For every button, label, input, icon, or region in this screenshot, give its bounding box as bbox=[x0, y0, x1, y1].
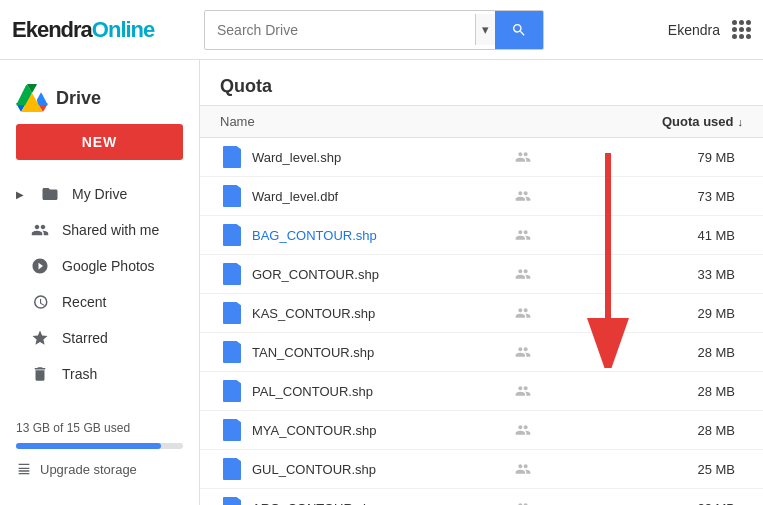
file-name: PAL_CONTOUR.shp bbox=[252, 384, 503, 399]
quota-header-label: Quota used bbox=[662, 114, 734, 129]
apps-grid-icon[interactable] bbox=[732, 20, 751, 39]
file-name: ARG_CONTOUR.shp bbox=[252, 501, 503, 506]
file-icon bbox=[220, 340, 244, 364]
file-name: KAS_CONTOUR.shp bbox=[252, 306, 503, 321]
table-row[interactable]: Ward_level.dbf 73 MB bbox=[200, 177, 763, 216]
quota-value: 33 MB bbox=[543, 267, 743, 282]
table-row[interactable]: GUL_CONTOUR.shp 25 MB bbox=[200, 450, 763, 489]
col-share-header bbox=[503, 114, 543, 129]
sidebar-item-trash[interactable]: Trash bbox=[0, 356, 191, 392]
drive-logo-icon bbox=[16, 84, 48, 112]
share-icon[interactable] bbox=[503, 383, 543, 399]
file-list: Ward_level.shp 79 MB Ward_level.dbf 73 M… bbox=[200, 138, 763, 505]
storage-icon bbox=[16, 461, 32, 477]
share-icon[interactable] bbox=[503, 500, 543, 505]
table-row[interactable]: Ward_level.shp 79 MB bbox=[200, 138, 763, 177]
sidebar-item-photos[interactable]: Google Photos bbox=[0, 248, 191, 284]
main-layout: Drive NEW ▶ My Drive Shared with me Goog… bbox=[0, 60, 763, 505]
file-icon bbox=[220, 418, 244, 442]
search-input[interactable] bbox=[205, 14, 475, 46]
logo-ekendra: Ekendra bbox=[12, 17, 92, 42]
file-name: TAN_CONTOUR.shp bbox=[252, 345, 503, 360]
photos-icon bbox=[30, 256, 50, 276]
quota-value: 28 MB bbox=[543, 423, 743, 438]
sidebar: Drive NEW ▶ My Drive Shared with me Goog… bbox=[0, 60, 200, 505]
sidebar-label-my-drive: My Drive bbox=[72, 186, 127, 202]
search-dropdown-button[interactable]: ▾ bbox=[475, 14, 495, 45]
new-button[interactable]: NEW bbox=[16, 124, 183, 160]
table-row[interactable]: PAL_CONTOUR.shp 28 MB bbox=[200, 372, 763, 411]
sidebar-item-recent[interactable]: Recent bbox=[0, 284, 191, 320]
sidebar-label-trash: Trash bbox=[62, 366, 97, 382]
file-icon bbox=[220, 457, 244, 481]
file-icon bbox=[220, 301, 244, 325]
logo: EkendraOnline bbox=[12, 17, 192, 43]
file-name: BAG_CONTOUR.shp bbox=[252, 228, 503, 243]
file-icon bbox=[220, 223, 244, 247]
share-icon[interactable] bbox=[503, 188, 543, 204]
col-quota-header[interactable]: Quota used ↓ bbox=[543, 114, 743, 129]
clock-icon bbox=[30, 292, 50, 312]
table-row[interactable]: GOR_CONTOUR.shp 33 MB bbox=[200, 255, 763, 294]
file-icon bbox=[220, 145, 244, 169]
sidebar-item-starred[interactable]: Starred bbox=[0, 320, 191, 356]
file-icon bbox=[220, 262, 244, 286]
quota-value: 28 MB bbox=[543, 345, 743, 360]
search-submit-button[interactable] bbox=[495, 11, 543, 49]
share-icon[interactable] bbox=[503, 149, 543, 165]
header-right: Ekendra bbox=[668, 20, 751, 39]
quota-value: 29 MB bbox=[543, 306, 743, 321]
file-icon bbox=[220, 496, 244, 505]
file-rows-container: Ward_level.shp 79 MB Ward_level.dbf 73 M… bbox=[200, 138, 763, 505]
user-name: Ekendra bbox=[668, 22, 720, 38]
sort-arrow-icon: ↓ bbox=[738, 116, 744, 128]
search-icon bbox=[511, 22, 527, 38]
quota-value: 41 MB bbox=[543, 228, 743, 243]
table-row[interactable]: MYA_CONTOUR.shp 28 MB bbox=[200, 411, 763, 450]
quota-value: 79 MB bbox=[543, 150, 743, 165]
storage-text: 13 GB of 15 GB used bbox=[16, 421, 183, 435]
share-icon[interactable] bbox=[503, 305, 543, 321]
drive-header: Drive bbox=[0, 72, 199, 124]
quota-value: 28 MB bbox=[543, 384, 743, 399]
file-name: MYA_CONTOUR.shp bbox=[252, 423, 503, 438]
table-row[interactable]: KAS_CONTOUR.shp 29 MB bbox=[200, 294, 763, 333]
quota-value: 25 MB bbox=[543, 462, 743, 477]
file-name: Ward_level.dbf bbox=[252, 189, 503, 204]
sidebar-footer: 13 GB of 15 GB used Upgrade storage bbox=[0, 409, 199, 493]
table-row[interactable]: ARG_CONTOUR.shp 23 MB bbox=[200, 489, 763, 505]
share-icon[interactable] bbox=[503, 422, 543, 438]
file-name: GUL_CONTOUR.shp bbox=[252, 462, 503, 477]
col-name-header: Name bbox=[220, 114, 503, 129]
upgrade-storage-button[interactable]: Upgrade storage bbox=[16, 457, 183, 481]
share-icon[interactable] bbox=[503, 227, 543, 243]
sidebar-item-shared[interactable]: Shared with me bbox=[0, 212, 191, 248]
storage-bar-fill bbox=[16, 443, 161, 449]
folder-icon bbox=[40, 184, 60, 204]
share-icon[interactable] bbox=[503, 461, 543, 477]
file-name: Ward_level.shp bbox=[252, 150, 503, 165]
file-name: GOR_CONTOUR.shp bbox=[252, 267, 503, 282]
search-bar: ▾ bbox=[204, 10, 544, 50]
quota-value: 73 MB bbox=[543, 189, 743, 204]
people-icon bbox=[30, 220, 50, 240]
sidebar-label-starred: Starred bbox=[62, 330, 108, 346]
share-icon[interactable] bbox=[503, 344, 543, 360]
chevron-right-icon: ▶ bbox=[16, 189, 24, 200]
drive-label: Drive bbox=[56, 88, 101, 109]
logo-online: Online bbox=[92, 17, 154, 42]
star-icon bbox=[30, 328, 50, 348]
sidebar-item-my-drive[interactable]: ▶ My Drive bbox=[0, 176, 191, 212]
content-area: Quota Name Quota used ↓ Ward_ bbox=[200, 60, 763, 505]
file-icon bbox=[220, 379, 244, 403]
file-icon bbox=[220, 184, 244, 208]
sidebar-label-recent: Recent bbox=[62, 294, 106, 310]
table-row[interactable]: TAN_CONTOUR.shp 28 MB bbox=[200, 333, 763, 372]
sidebar-label-photos: Google Photos bbox=[62, 258, 155, 274]
share-icon[interactable] bbox=[503, 266, 543, 282]
upgrade-label: Upgrade storage bbox=[40, 462, 137, 477]
quota-value: 23 MB bbox=[543, 501, 743, 506]
storage-bar bbox=[16, 443, 183, 449]
sidebar-label-shared: Shared with me bbox=[62, 222, 159, 238]
table-row[interactable]: BAG_CONTOUR.shp 41 MB bbox=[200, 216, 763, 255]
